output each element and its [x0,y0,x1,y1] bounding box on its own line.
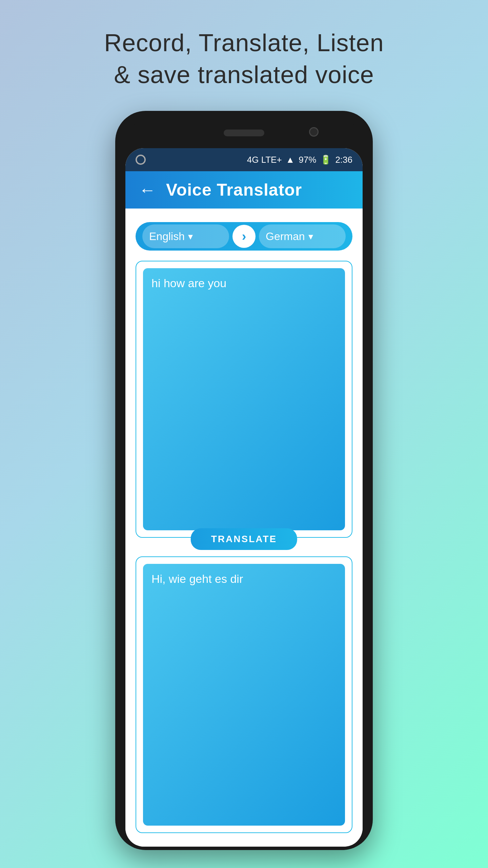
source-text-box[interactable]: hi how are you [143,268,345,530]
target-language-label: German [266,230,305,243]
translated-text-content: Hi, wie geht es dir [151,572,243,585]
swap-icon: › [242,229,246,244]
network-label: 4G LTE+ [247,155,282,165]
tagline-line2: & save translated voice [114,61,374,88]
app-header: ← Voice Translator [125,171,363,209]
battery-icon: 🔋 [320,155,331,165]
source-lang-dropdown-icon: ▾ [188,231,193,242]
time-label: 2:36 [335,155,352,165]
back-button[interactable]: ← [139,181,156,198]
translated-text-box: Hi, wie geht es dir [143,564,345,826]
phone-screen: 4G LTE+ ▲ 97% 🔋 2:36 ← Voice Translator … [125,148,363,847]
tagline-line1: Record, Translate, Listen [104,29,384,56]
source-text-content: hi how are you [151,277,226,290]
translated-text-section: Hi, wie geht es dir ⧉ 💾 ⇧ [136,556,352,833]
status-bar: 4G LTE+ ▲ 97% 🔋 2:36 [125,148,363,171]
source-language-button[interactable]: English ▾ [142,224,229,248]
status-left [136,155,146,165]
translate-button[interactable]: TRANSLATE [191,528,297,550]
swap-languages-button[interactable]: › [232,225,256,248]
target-language-button[interactable]: German ▾ [259,224,346,248]
status-circle-icon [136,155,146,165]
status-right: 4G LTE+ ▲ 97% 🔋 2:36 [247,155,352,165]
phone-camera [309,127,319,137]
app-title: Voice Translator [166,180,302,200]
content-area: hi how are you ⧉ 🗑 ✕ [136,261,352,833]
signal-icon: ▲ [286,155,295,165]
language-selector: English ▾ › German ▾ [136,222,352,251]
source-text-section: hi how are you ⧉ 🗑 ✕ [136,261,352,537]
phone-speaker [224,130,264,136]
tagline: Record, Translate, Listen & save transla… [104,27,384,91]
app-content: English ▾ › German ▾ hi how are you [125,209,363,847]
phone-shell: 4G LTE+ ▲ 97% 🔋 2:36 ← Voice Translator … [115,111,373,850]
translate-button-wrap: TRANSLATE [191,528,297,550]
source-language-label: English [149,230,185,243]
phone-notch [125,121,363,148]
target-lang-dropdown-icon: ▾ [308,231,313,242]
battery-label: 97% [299,155,316,165]
